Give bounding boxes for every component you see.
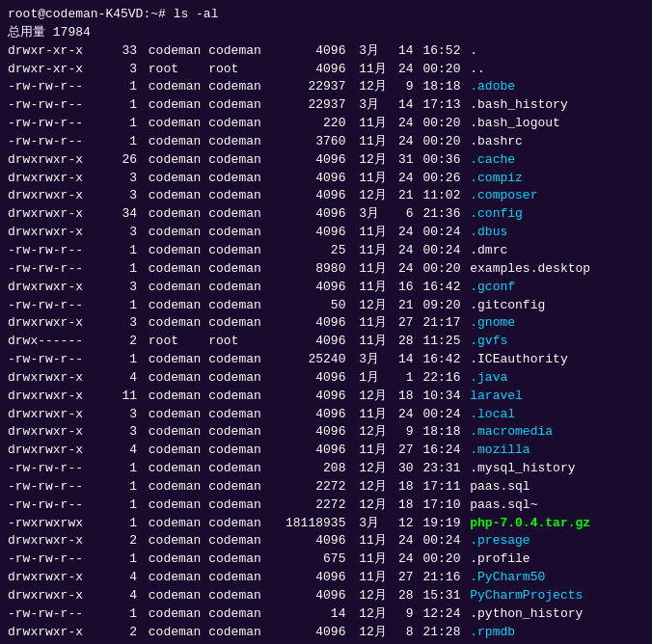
file-perms: drwxr-xr-x [8, 42, 114, 61]
file-month: 11月 [345, 115, 394, 133]
file-owner: codeman [137, 369, 208, 388]
file-time: 21:16 [414, 569, 469, 587]
file-month: 3月 [345, 351, 394, 369]
file-month: 11月 [345, 61, 394, 79]
file-links: 2 [114, 333, 137, 351]
file-group: codeman [208, 205, 278, 224]
file-month: 11月 [345, 242, 394, 260]
file-day: 27 [394, 442, 414, 460]
file-size: 208 [278, 460, 345, 478]
file-day: 24 [394, 550, 414, 569]
file-day: 24 [394, 133, 414, 151]
file-owner: codeman [137, 442, 208, 460]
file-links: 11 [114, 388, 137, 406]
file-links: 1 [114, 133, 137, 151]
file-owner: codeman [137, 550, 208, 569]
file-time: 00:20 [414, 115, 469, 133]
file-group: codeman [208, 496, 278, 515]
file-size: 220 [278, 115, 345, 133]
file-group: codeman [208, 260, 278, 279]
file-name: .bash_history [468, 96, 567, 115]
file-perms: -rwxrwxrwx [8, 515, 114, 533]
file-name: paas.sql~ [468, 496, 537, 515]
file-entry: -rwxrwxrwx 1 codeman codeman 18118935 3月… [8, 515, 644, 533]
file-size: 8980 [278, 260, 345, 279]
file-size: 4096 [278, 369, 345, 388]
file-entry: drwxrwxr-x 3 codeman codeman 4096 12月 9 … [8, 423, 644, 442]
file-name: .ICEauthority [468, 351, 567, 369]
file-name: .cache [468, 151, 515, 170]
file-group: codeman [208, 78, 278, 96]
file-group: root [208, 61, 278, 79]
file-owner: codeman [137, 587, 208, 605]
file-owner: codeman [137, 532, 208, 550]
file-name: .presage [468, 532, 530, 550]
file-group: codeman [208, 115, 278, 133]
file-perms: -rw-rw-r-- [8, 297, 114, 315]
file-entry: -rw-rw-r-- 1 codeman codeman 8980 11月 24… [8, 260, 644, 279]
file-entry: -rw-rw-r-- 1 codeman codeman 220 11月 24 … [8, 115, 644, 133]
file-group: codeman [208, 460, 278, 478]
file-links: 3 [114, 224, 137, 242]
file-owner: codeman [137, 297, 208, 315]
file-entry: drwxrwxr-x 3 codeman codeman 4096 11月 24… [8, 224, 644, 242]
file-name: .python_history [468, 605, 583, 624]
file-day: 9 [394, 605, 414, 624]
file-entry: drwxrwxr-x 11 codeman codeman 4096 12月 1… [8, 388, 644, 406]
file-month: 1月 [345, 369, 394, 388]
file-links: 1 [114, 96, 137, 115]
file-day: 9 [394, 78, 414, 96]
file-owner: codeman [137, 569, 208, 587]
file-size: 4096 [278, 170, 345, 188]
file-day: 24 [394, 115, 414, 133]
file-size: 4096 [278, 333, 345, 351]
file-size: 22937 [278, 78, 345, 96]
file-entry: drwxr-xr-x 3 root root 4096 11月 24 00:20… [8, 61, 644, 79]
file-month: 11月 [345, 170, 394, 188]
file-owner: codeman [137, 115, 208, 133]
file-perms: -rw-rw-r-- [8, 133, 114, 151]
file-time: 00:24 [414, 242, 469, 260]
file-links: 1 [114, 478, 137, 496]
file-month: 11月 [345, 224, 394, 242]
file-month: 12月 [345, 478, 394, 496]
file-time: 10:34 [414, 388, 469, 406]
file-perms: -rw-rw-r-- [8, 496, 114, 515]
file-owner: codeman [137, 605, 208, 624]
file-name: paas.sql [468, 478, 530, 496]
file-size: 50 [278, 297, 345, 315]
file-links: 3 [114, 187, 137, 205]
file-time: 22:16 [414, 369, 469, 388]
file-name: .composer [468, 187, 537, 205]
file-perms: drwxrwxr-x [8, 624, 114, 642]
file-day: 24 [394, 61, 414, 79]
file-month: 11月 [345, 260, 394, 279]
file-time: 00:24 [414, 224, 469, 242]
file-links: 4 [114, 369, 137, 388]
file-links: 26 [114, 151, 137, 170]
prompt-line: root@codeman-K45VD:~# ls -al [8, 6, 644, 24]
file-size: 4096 [278, 423, 345, 442]
file-perms: drwxrwxr-x [8, 151, 114, 170]
file-links: 1 [114, 515, 137, 533]
file-links: 1 [114, 78, 137, 96]
file-owner: codeman [137, 151, 208, 170]
file-size: 675 [278, 550, 345, 569]
file-group: codeman [208, 423, 278, 442]
file-day: 12 [394, 515, 414, 533]
file-owner: codeman [137, 260, 208, 279]
file-size: 2272 [278, 478, 345, 496]
file-size: 4096 [278, 569, 345, 587]
file-owner: codeman [137, 187, 208, 205]
file-day: 27 [394, 569, 414, 587]
file-entry: drwxr-xr-x 33 codeman codeman 4096 3月 14… [8, 42, 644, 61]
file-group: codeman [208, 42, 278, 61]
file-group: codeman [208, 369, 278, 388]
file-month: 12月 [345, 151, 394, 170]
file-name: examples.desktop [468, 260, 590, 279]
file-owner: codeman [137, 314, 208, 333]
file-perms: -rw-rw-r-- [8, 351, 114, 369]
file-time: 18:18 [414, 78, 469, 96]
file-time: 11:25 [414, 333, 469, 351]
file-month: 12月 [345, 624, 394, 642]
